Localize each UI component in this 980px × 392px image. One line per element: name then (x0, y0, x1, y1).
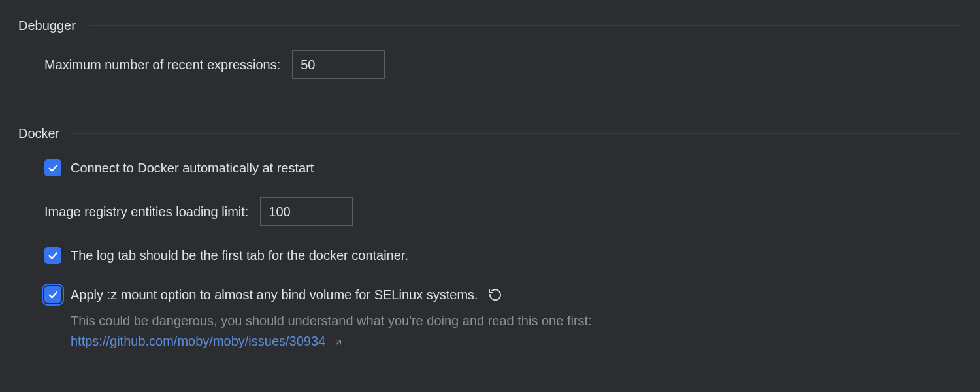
section-divider (73, 133, 962, 134)
connect-automatically-row: Connect to Docker automatically at resta… (44, 158, 962, 178)
docker-section-body: Connect to Docker automatically at resta… (0, 158, 980, 351)
apply-z-mount-help-text: This could be dangerous, you should unde… (71, 314, 592, 328)
docker-section-header: Docker (0, 108, 980, 141)
docker-section-title: Docker (18, 126, 59, 141)
docker-section: Docker Connect to Docker automatically a… (0, 108, 980, 351)
connect-automatically-label: Connect to Docker automatically at resta… (71, 158, 314, 178)
apply-z-mount-help: This could be dangerous, you should unde… (71, 311, 592, 351)
apply-z-mount-content: Apply :z mount option to almost any bind… (71, 285, 592, 351)
debugger-section-header: Debugger (0, 0, 980, 33)
svg-line-0 (336, 340, 340, 344)
max-recent-expressions-label: Maximum number of recent expressions: (44, 57, 280, 73)
connect-automatically-checkbox[interactable] (44, 159, 61, 176)
reset-icon[interactable] (487, 287, 503, 302)
external-link-icon (333, 337, 344, 348)
image-registry-limit-label: Image registry entities loading limit: (44, 204, 248, 220)
max-recent-expressions-input[interactable] (292, 50, 385, 79)
apply-z-mount-link[interactable]: https://github.com/moby/moby/issues/3093… (71, 334, 325, 348)
apply-z-mount-label: Apply :z mount option to almost any bind… (71, 285, 478, 304)
log-tab-first-row: The log tab should be the first tab for … (44, 246, 962, 265)
check-icon (47, 250, 59, 261)
log-tab-first-label: The log tab should be the first tab for … (71, 246, 408, 265)
apply-z-mount-checkbox[interactable] (44, 286, 61, 303)
max-recent-expressions-row: Maximum number of recent expressions: (44, 50, 962, 79)
check-icon (47, 289, 59, 301)
debugger-section: Debugger Maximum number of recent expres… (0, 0, 980, 79)
apply-z-mount-label-row: Apply :z mount option to almost any bind… (71, 285, 592, 304)
image-registry-limit-row: Image registry entities loading limit: (44, 197, 962, 226)
section-divider (89, 25, 962, 26)
apply-z-mount-row: Apply :z mount option to almost any bind… (44, 285, 962, 351)
debugger-section-body: Maximum number of recent expressions: (0, 50, 980, 79)
check-icon (47, 162, 59, 174)
image-registry-limit-input[interactable] (260, 197, 353, 226)
debugger-section-title: Debugger (18, 18, 76, 33)
log-tab-first-checkbox[interactable] (44, 247, 61, 264)
